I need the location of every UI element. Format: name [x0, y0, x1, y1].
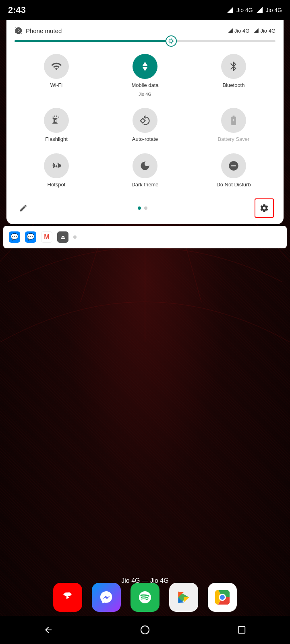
tile-battery-saver[interactable]: Battery Saver — [192, 104, 276, 147]
spotify-app-icon[interactable] — [130, 583, 160, 612]
wifi-icon — [51, 61, 62, 72]
tile-do-not-disturb[interactable]: Do Not Disturb — [192, 149, 276, 192]
qs-signal2: Jio 4G — [260, 28, 276, 34]
mobile-data-icon — [139, 61, 151, 72]
qs-topbar: Phone muted Jio 4G Jio 4G — [14, 27, 276, 35]
dnd-icon-bg — [221, 153, 246, 178]
svg-marker-9 — [256, 7, 263, 13]
qs-bottom-bar — [14, 195, 276, 219]
quick-settings-panel: Phone muted Jio 4G Jio 4G — [6, 20, 284, 224]
qs-signal-indicators: Jio 4G Jio 4G — [228, 28, 276, 34]
page-dots — [138, 206, 147, 210]
muted-label: Phone muted — [26, 27, 62, 34]
qs-edit-button[interactable] — [16, 201, 31, 215]
flashlight-icon-bg — [44, 108, 69, 133]
settings-gear-icon — [259, 203, 269, 213]
qs-tiles-grid: Wi-Fi Mobile data Jio 4G — [14, 50, 276, 192]
back-icon — [44, 625, 53, 635]
playstore-app-icon[interactable] — [169, 583, 198, 612]
flashlight-icon — [51, 115, 62, 126]
dnd-label: Do Not Disturb — [216, 182, 251, 188]
svg-marker-12 — [254, 28, 259, 33]
settings-button[interactable] — [255, 198, 274, 218]
brightness-thumb[interactable] — [166, 35, 177, 47]
mobile-data-sublabel: Jio 4G — [139, 92, 151, 97]
auto-rotate-label: Auto-rotate — [132, 136, 158, 142]
tile-wifi[interactable]: Wi-Fi — [14, 50, 98, 101]
battery-saver-icon — [228, 115, 239, 126]
brightness-fill — [14, 40, 171, 42]
mobile-data-icon-bg — [133, 54, 157, 79]
chrome-app-icon[interactable] — [208, 583, 237, 612]
notif-extra-dot — [73, 235, 77, 239]
home-button[interactable] — [135, 620, 155, 640]
brightness-track[interactable] — [14, 40, 276, 42]
chrome-icon — [215, 590, 230, 605]
auto-rotate-icon — [139, 115, 151, 126]
tile-hotspot[interactable]: Hotspot — [14, 149, 98, 192]
svg-marker-11 — [228, 28, 233, 33]
hotspot-label: Hotspot — [48, 182, 66, 188]
dark-theme-icon — [139, 160, 151, 171]
spotify-icon — [138, 590, 152, 605]
flashlight-label: Flashlight — [45, 136, 68, 142]
svg-line-18 — [169, 39, 170, 39]
hotspot-icon-bg — [44, 153, 69, 178]
qs-signal1: Jio 4G — [234, 28, 250, 34]
svg-point-13 — [170, 40, 172, 43]
mobile-data-label: Mobile data — [131, 82, 158, 89]
signal-tri-icon-2 — [253, 28, 259, 33]
hotspot-icon — [51, 160, 62, 171]
messenger-icon — [99, 590, 114, 605]
svg-rect-29 — [238, 627, 245, 634]
signal-tri-icon-1 — [228, 28, 233, 33]
youtube-icon — [60, 590, 75, 605]
nav-bar — [0, 616, 290, 644]
messenger-icon-1: 💬 — [9, 231, 20, 243]
status-icons: Jio 4G Jio 4G — [227, 7, 282, 13]
page-dot-2 — [144, 206, 147, 210]
svg-line-19 — [173, 43, 173, 43]
auto-rotate-icon-bg — [133, 108, 157, 133]
wifi-icon-bg — [44, 54, 69, 79]
signal1-label: Jio 4G — [236, 7, 253, 13]
signal-item-2: Jio 4G — [253, 28, 276, 34]
messenger-icon-2: 💬 — [25, 231, 36, 243]
bluetooth-icon — [228, 61, 239, 72]
home-icon — [140, 625, 150, 635]
pencil-icon — [19, 204, 28, 213]
status-bar: 2:43 Jio 4G Jio 4G — [0, 0, 290, 20]
battery-saver-label: Battery Saver — [218, 136, 250, 142]
svg-line-20 — [173, 39, 173, 39]
svg-marker-8 — [227, 11, 229, 13]
network-label: Jio 4G — Jio 4G — [0, 577, 290, 584]
dnd-icon — [228, 160, 239, 171]
svg-line-21 — [169, 43, 170, 43]
signal2-icon — [256, 7, 263, 13]
mute-icon — [14, 27, 23, 35]
tile-dark-theme[interactable]: Dark theme — [103, 149, 187, 192]
battery-saver-icon-bg — [221, 108, 246, 133]
dark-theme-icon-bg — [133, 153, 157, 178]
tile-auto-rotate[interactable]: Auto-rotate — [103, 104, 187, 147]
recents-button[interactable] — [232, 620, 252, 640]
usb-icon: ⏏ — [57, 231, 68, 243]
app-dock — [0, 583, 290, 612]
tile-flashlight[interactable]: Flashlight — [14, 104, 98, 147]
bluetooth-label: Bluetooth — [223, 82, 245, 89]
signal-item-1: Jio 4G — [228, 28, 250, 34]
messenger-app-icon[interactable] — [92, 583, 121, 612]
wifi-label: Wi-Fi — [50, 82, 62, 89]
signal1-icon — [227, 7, 233, 13]
tile-bluetooth[interactable]: Bluetooth — [192, 50, 276, 101]
brightness-sun-icon — [168, 38, 174, 44]
youtube-app-icon[interactable] — [53, 583, 82, 612]
gmail-icon: M — [41, 231, 52, 243]
recents-icon — [237, 625, 246, 634]
back-button[interactable] — [38, 620, 58, 640]
svg-point-28 — [141, 626, 149, 634]
brightness-slider-row[interactable] — [14, 40, 276, 42]
page-dot-1 — [138, 206, 141, 210]
playstore-icon — [176, 590, 191, 605]
tile-mobile-data[interactable]: Mobile data Jio 4G — [103, 50, 187, 101]
